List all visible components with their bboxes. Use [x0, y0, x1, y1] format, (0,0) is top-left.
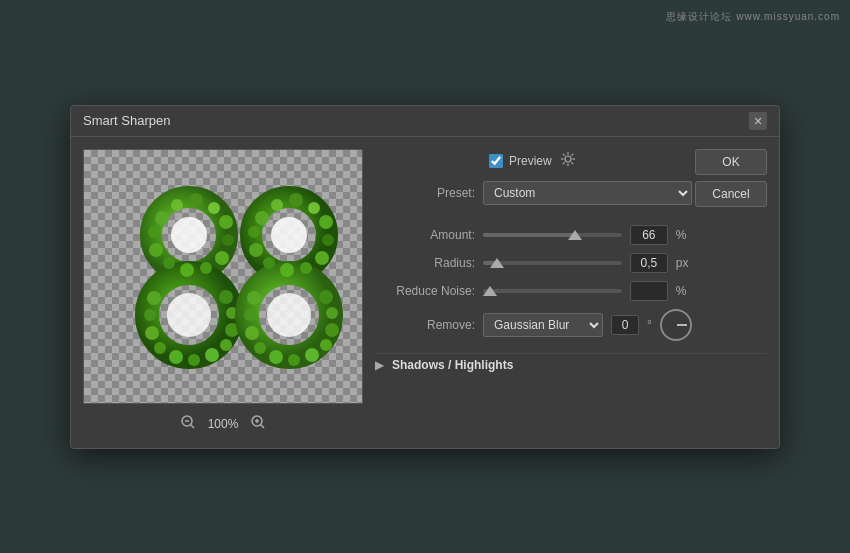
watermark: 思缘设计论坛 www.missyuan.com — [666, 10, 840, 24]
remove-select[interactable]: Gaussian Blur Lens Blur Motion Blur — [483, 313, 603, 337]
amount-slider-thumb[interactable] — [568, 230, 582, 240]
preview-canvas — [83, 149, 363, 404]
svg-point-33 — [319, 215, 333, 229]
amount-unit: % — [676, 228, 692, 242]
svg-point-46 — [288, 354, 300, 366]
svg-point-45 — [269, 350, 283, 364]
svg-point-14 — [147, 291, 161, 305]
svg-point-44 — [254, 342, 266, 354]
preset-row: Preset: Custom Default High Contrast Low… — [375, 181, 692, 205]
svg-point-7 — [222, 234, 234, 246]
svg-point-48 — [320, 339, 332, 351]
preset-select[interactable]: Custom Default High Contrast Low Noise — [483, 181, 692, 205]
preset-label: Preset: — [375, 186, 475, 200]
action-buttons: OK Cancel — [695, 149, 767, 207]
svg-line-69 — [563, 162, 565, 164]
svg-point-51 — [319, 290, 333, 304]
radius-slider-thumb[interactable] — [490, 258, 504, 268]
svg-point-13 — [148, 226, 160, 238]
noise-slider-thumb[interactable] — [483, 286, 497, 296]
svg-point-18 — [169, 350, 183, 364]
angle-input[interactable] — [611, 315, 639, 335]
dialog-title: Smart Sharpen — [83, 113, 170, 128]
svg-point-16 — [145, 326, 159, 340]
svg-line-60 — [261, 424, 265, 428]
amount-slider-track[interactable] — [483, 233, 622, 237]
zoom-out-icon — [180, 414, 196, 430]
cancel-button[interactable]: Cancel — [695, 181, 767, 207]
svg-line-67 — [571, 162, 573, 164]
svg-point-39 — [249, 243, 263, 257]
svg-line-56 — [190, 424, 194, 428]
radius-input[interactable] — [630, 253, 668, 273]
close-button[interactable]: × — [749, 112, 767, 130]
svg-point-19 — [188, 354, 200, 366]
ok-button[interactable]: OK — [695, 149, 767, 175]
remove-row: Remove: Gaussian Blur Lens Blur Motion B… — [375, 309, 692, 341]
svg-point-53 — [267, 293, 311, 337]
amount-input[interactable] — [630, 225, 668, 245]
radius-label: Radius: — [375, 256, 475, 270]
svg-line-66 — [563, 153, 565, 155]
preview-area: 100% — [83, 149, 363, 436]
reduce-noise-label: Reduce Noise: — [375, 284, 475, 298]
svg-point-42 — [244, 309, 256, 321]
svg-point-36 — [300, 262, 312, 274]
radius-slider-track[interactable] — [483, 261, 622, 265]
svg-point-29 — [255, 211, 269, 225]
svg-point-12 — [149, 243, 163, 257]
svg-point-6 — [219, 215, 233, 229]
zoom-in-button[interactable] — [248, 412, 268, 436]
svg-point-32 — [308, 202, 320, 214]
angle-dial[interactable] — [660, 309, 692, 341]
svg-point-52 — [271, 217, 307, 253]
dialog-titlebar: Smart Sharpen × — [71, 106, 779, 137]
preview-label: Preview — [509, 154, 552, 168]
radius-row: Radius: px — [375, 253, 692, 273]
noise-slider-track[interactable] — [483, 289, 622, 293]
svg-point-8 — [215, 251, 229, 265]
zoom-in-icon — [250, 414, 266, 430]
svg-point-50 — [326, 307, 338, 319]
dialog-body: 100% — [71, 137, 779, 448]
reduce-noise-unit: % — [676, 284, 692, 298]
radius-unit: px — [676, 256, 692, 270]
amount-row: Amount: % — [375, 225, 692, 245]
svg-point-17 — [154, 342, 166, 354]
svg-point-61 — [565, 156, 571, 162]
svg-point-15 — [144, 309, 156, 321]
svg-point-49 — [325, 323, 339, 337]
svg-point-30 — [271, 199, 283, 211]
gear-button[interactable] — [558, 149, 578, 173]
svg-point-37 — [280, 263, 294, 277]
angle-line — [677, 324, 687, 326]
shadows-label: Shadows / Highlights — [392, 358, 513, 372]
amount-label: Amount: — [375, 228, 475, 242]
svg-point-25 — [171, 217, 207, 253]
expand-arrow: ▶ — [375, 358, 384, 372]
svg-point-34 — [322, 234, 334, 246]
remove-label: Remove: — [375, 318, 475, 332]
svg-point-4 — [189, 193, 203, 207]
shadows-highlights-row[interactable]: ▶ Shadows / Highlights — [375, 353, 767, 376]
svg-point-31 — [289, 193, 303, 207]
svg-point-2 — [155, 211, 169, 225]
top-left-controls: Preview — [375, 149, 692, 341]
svg-point-47 — [305, 348, 319, 362]
svg-point-41 — [247, 291, 261, 305]
svg-point-43 — [245, 326, 259, 340]
preview-check-row: Preview — [375, 149, 692, 173]
preview-checkbox[interactable] — [489, 154, 503, 168]
svg-point-20 — [205, 348, 219, 362]
svg-point-35 — [315, 251, 329, 265]
svg-point-38 — [263, 257, 275, 269]
degree-symbol: ° — [647, 318, 652, 332]
svg-point-5 — [208, 202, 220, 214]
svg-point-3 — [171, 199, 183, 211]
reduce-noise-input[interactable] — [630, 281, 668, 301]
zoom-level: 100% — [208, 417, 239, 431]
preview-controls: 100% — [178, 412, 269, 436]
gear-icon — [560, 151, 576, 167]
zoom-out-button[interactable] — [178, 412, 198, 436]
svg-line-68 — [571, 153, 573, 155]
